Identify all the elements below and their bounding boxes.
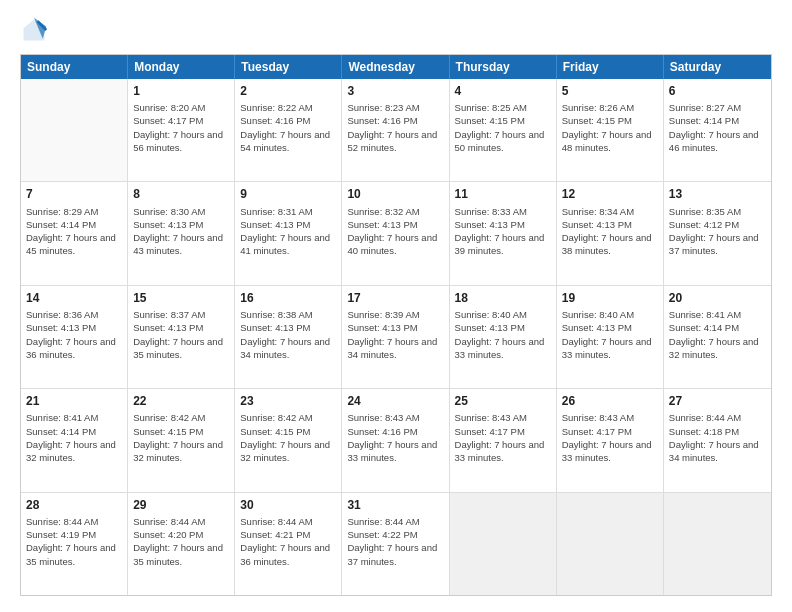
calendar-cell: 30Sunrise: 8:44 AMSunset: 4:21 PMDayligh… [235, 493, 342, 595]
day-number: 30 [240, 497, 336, 513]
cell-info: Sunrise: 8:27 AMSunset: 4:14 PMDaylight:… [669, 101, 766, 154]
header-day-tuesday: Tuesday [235, 55, 342, 79]
calendar-cell: 12Sunrise: 8:34 AMSunset: 4:13 PMDayligh… [557, 182, 664, 284]
calendar-cell: 4Sunrise: 8:25 AMSunset: 4:15 PMDaylight… [450, 79, 557, 181]
cell-info: Sunrise: 8:42 AMSunset: 4:15 PMDaylight:… [240, 411, 336, 464]
cell-info: Sunrise: 8:40 AMSunset: 4:13 PMDaylight:… [455, 308, 551, 361]
cell-info: Sunrise: 8:25 AMSunset: 4:15 PMDaylight:… [455, 101, 551, 154]
day-number: 21 [26, 393, 122, 409]
calendar-row-2: 14Sunrise: 8:36 AMSunset: 4:13 PMDayligh… [21, 286, 771, 389]
calendar-cell [21, 79, 128, 181]
logo [20, 16, 52, 44]
calendar-cell: 24Sunrise: 8:43 AMSunset: 4:16 PMDayligh… [342, 389, 449, 491]
cell-info: Sunrise: 8:32 AMSunset: 4:13 PMDaylight:… [347, 205, 443, 258]
day-number: 25 [455, 393, 551, 409]
calendar-cell: 15Sunrise: 8:37 AMSunset: 4:13 PMDayligh… [128, 286, 235, 388]
calendar-header: SundayMondayTuesdayWednesdayThursdayFrid… [21, 55, 771, 79]
calendar-cell [450, 493, 557, 595]
cell-info: Sunrise: 8:22 AMSunset: 4:16 PMDaylight:… [240, 101, 336, 154]
cell-info: Sunrise: 8:26 AMSunset: 4:15 PMDaylight:… [562, 101, 658, 154]
day-number: 1 [133, 83, 229, 99]
calendar-cell: 31Sunrise: 8:44 AMSunset: 4:22 PMDayligh… [342, 493, 449, 595]
cell-info: Sunrise: 8:33 AMSunset: 4:13 PMDaylight:… [455, 205, 551, 258]
cell-info: Sunrise: 8:23 AMSunset: 4:16 PMDaylight:… [347, 101, 443, 154]
day-number: 24 [347, 393, 443, 409]
cell-info: Sunrise: 8:37 AMSunset: 4:13 PMDaylight:… [133, 308, 229, 361]
header [20, 16, 772, 44]
calendar-cell: 23Sunrise: 8:42 AMSunset: 4:15 PMDayligh… [235, 389, 342, 491]
calendar-cell [557, 493, 664, 595]
calendar-cell: 19Sunrise: 8:40 AMSunset: 4:13 PMDayligh… [557, 286, 664, 388]
calendar-cell: 20Sunrise: 8:41 AMSunset: 4:14 PMDayligh… [664, 286, 771, 388]
day-number: 5 [562, 83, 658, 99]
day-number: 17 [347, 290, 443, 306]
day-number: 6 [669, 83, 766, 99]
cell-info: Sunrise: 8:43 AMSunset: 4:17 PMDaylight:… [562, 411, 658, 464]
calendar-cell: 25Sunrise: 8:43 AMSunset: 4:17 PMDayligh… [450, 389, 557, 491]
calendar-cell: 6Sunrise: 8:27 AMSunset: 4:14 PMDaylight… [664, 79, 771, 181]
header-day-sunday: Sunday [21, 55, 128, 79]
calendar-row-0: 1Sunrise: 8:20 AMSunset: 4:17 PMDaylight… [21, 79, 771, 182]
day-number: 13 [669, 186, 766, 202]
calendar-cell: 29Sunrise: 8:44 AMSunset: 4:20 PMDayligh… [128, 493, 235, 595]
calendar-cell: 10Sunrise: 8:32 AMSunset: 4:13 PMDayligh… [342, 182, 449, 284]
calendar-cell: 27Sunrise: 8:44 AMSunset: 4:18 PMDayligh… [664, 389, 771, 491]
day-number: 31 [347, 497, 443, 513]
day-number: 10 [347, 186, 443, 202]
calendar-cell: 9Sunrise: 8:31 AMSunset: 4:13 PMDaylight… [235, 182, 342, 284]
page: SundayMondayTuesdayWednesdayThursdayFrid… [0, 0, 792, 612]
day-number: 8 [133, 186, 229, 202]
cell-info: Sunrise: 8:44 AMSunset: 4:19 PMDaylight:… [26, 515, 122, 568]
cell-info: Sunrise: 8:20 AMSunset: 4:17 PMDaylight:… [133, 101, 229, 154]
logo-icon [20, 16, 48, 44]
calendar-cell: 13Sunrise: 8:35 AMSunset: 4:12 PMDayligh… [664, 182, 771, 284]
day-number: 14 [26, 290, 122, 306]
cell-info: Sunrise: 8:44 AMSunset: 4:21 PMDaylight:… [240, 515, 336, 568]
day-number: 20 [669, 290, 766, 306]
day-number: 19 [562, 290, 658, 306]
cell-info: Sunrise: 8:43 AMSunset: 4:17 PMDaylight:… [455, 411, 551, 464]
header-day-saturday: Saturday [664, 55, 771, 79]
cell-info: Sunrise: 8:44 AMSunset: 4:18 PMDaylight:… [669, 411, 766, 464]
header-day-wednesday: Wednesday [342, 55, 449, 79]
calendar-cell: 3Sunrise: 8:23 AMSunset: 4:16 PMDaylight… [342, 79, 449, 181]
calendar-cell: 2Sunrise: 8:22 AMSunset: 4:16 PMDaylight… [235, 79, 342, 181]
day-number: 11 [455, 186, 551, 202]
calendar-cell: 7Sunrise: 8:29 AMSunset: 4:14 PMDaylight… [21, 182, 128, 284]
cell-info: Sunrise: 8:44 AMSunset: 4:20 PMDaylight:… [133, 515, 229, 568]
day-number: 9 [240, 186, 336, 202]
cell-info: Sunrise: 8:41 AMSunset: 4:14 PMDaylight:… [669, 308, 766, 361]
day-number: 22 [133, 393, 229, 409]
day-number: 4 [455, 83, 551, 99]
day-number: 18 [455, 290, 551, 306]
calendar-cell: 21Sunrise: 8:41 AMSunset: 4:14 PMDayligh… [21, 389, 128, 491]
day-number: 3 [347, 83, 443, 99]
cell-info: Sunrise: 8:29 AMSunset: 4:14 PMDaylight:… [26, 205, 122, 258]
calendar-cell: 16Sunrise: 8:38 AMSunset: 4:13 PMDayligh… [235, 286, 342, 388]
cell-info: Sunrise: 8:40 AMSunset: 4:13 PMDaylight:… [562, 308, 658, 361]
calendar-cell: 8Sunrise: 8:30 AMSunset: 4:13 PMDaylight… [128, 182, 235, 284]
calendar-cell: 17Sunrise: 8:39 AMSunset: 4:13 PMDayligh… [342, 286, 449, 388]
cell-info: Sunrise: 8:42 AMSunset: 4:15 PMDaylight:… [133, 411, 229, 464]
day-number: 15 [133, 290, 229, 306]
cell-info: Sunrise: 8:31 AMSunset: 4:13 PMDaylight:… [240, 205, 336, 258]
cell-info: Sunrise: 8:34 AMSunset: 4:13 PMDaylight:… [562, 205, 658, 258]
calendar-cell: 22Sunrise: 8:42 AMSunset: 4:15 PMDayligh… [128, 389, 235, 491]
calendar: SundayMondayTuesdayWednesdayThursdayFrid… [20, 54, 772, 596]
calendar-cell: 18Sunrise: 8:40 AMSunset: 4:13 PMDayligh… [450, 286, 557, 388]
day-number: 29 [133, 497, 229, 513]
cell-info: Sunrise: 8:38 AMSunset: 4:13 PMDaylight:… [240, 308, 336, 361]
calendar-cell: 28Sunrise: 8:44 AMSunset: 4:19 PMDayligh… [21, 493, 128, 595]
calendar-row-1: 7Sunrise: 8:29 AMSunset: 4:14 PMDaylight… [21, 182, 771, 285]
cell-info: Sunrise: 8:39 AMSunset: 4:13 PMDaylight:… [347, 308, 443, 361]
day-number: 16 [240, 290, 336, 306]
calendar-cell [664, 493, 771, 595]
calendar-body: 1Sunrise: 8:20 AMSunset: 4:17 PMDaylight… [21, 79, 771, 595]
cell-info: Sunrise: 8:36 AMSunset: 4:13 PMDaylight:… [26, 308, 122, 361]
calendar-cell: 26Sunrise: 8:43 AMSunset: 4:17 PMDayligh… [557, 389, 664, 491]
day-number: 27 [669, 393, 766, 409]
calendar-cell: 14Sunrise: 8:36 AMSunset: 4:13 PMDayligh… [21, 286, 128, 388]
calendar-row-4: 28Sunrise: 8:44 AMSunset: 4:19 PMDayligh… [21, 493, 771, 595]
calendar-row-3: 21Sunrise: 8:41 AMSunset: 4:14 PMDayligh… [21, 389, 771, 492]
header-day-friday: Friday [557, 55, 664, 79]
